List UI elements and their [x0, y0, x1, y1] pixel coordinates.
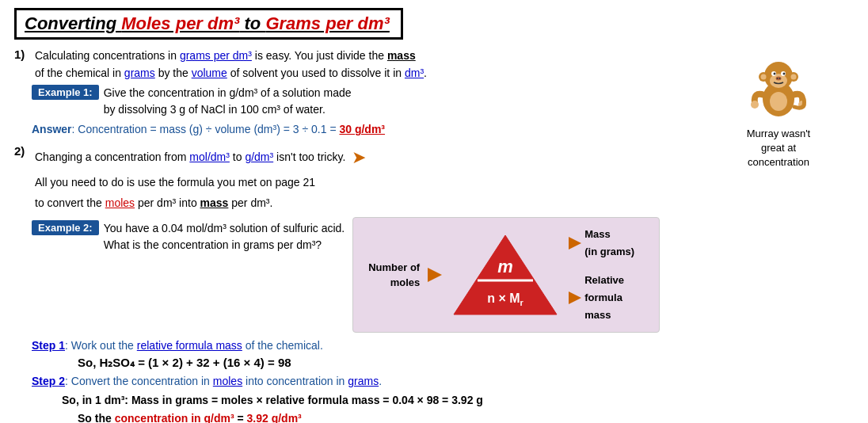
example-2-row: Example 2: You have a 0.04 mol/dm³ solut…: [32, 220, 345, 253]
section-2-intro: Changing a concentration from mol/dm³ to…: [35, 144, 366, 215]
monkey-illustration: [747, 48, 810, 119]
triangle-right-area: Mass (in grams) Relative formula mass: [569, 226, 648, 324]
svg-point-13: [779, 78, 781, 79]
triangle-diagram: m n × Mr: [450, 231, 561, 318]
monkey-area: [747, 48, 810, 122]
svg-point-9: [774, 73, 776, 75]
mass-arrow-row: Mass (in grams): [569, 226, 648, 261]
section-2-body: Example 2: You have a 0.04 mol/dm³ solut…: [32, 217, 695, 333]
section-1: 1) Calculating concentrations in grams p…: [14, 48, 695, 138]
example-1-text: Give the concentration in g/dm³ of a sol…: [104, 85, 352, 118]
section-1-answer: Answer: Concentration = mass (g) ÷ volum…: [32, 121, 695, 138]
section-1-num: 1): [14, 48, 30, 61]
svg-point-17: [791, 74, 797, 80]
arrow-icon: ➤: [352, 144, 366, 171]
formula-triangle-svg: m n × Mr: [450, 231, 561, 318]
step-2-answer-line2: So the concentration in g/dm³ = 3.92 g/d…: [78, 410, 695, 423]
section-2-example: Example 2: You have a 0.04 mol/dm³ solut…: [32, 217, 345, 257]
example-1-badge: Example 1:: [32, 85, 99, 100]
triangle-panel: Number of moles: [352, 217, 660, 333]
main-content: 1) Calculating concentrations in grams p…: [14, 48, 854, 423]
mass-label: Mass (in grams): [584, 226, 648, 261]
page-title: Converting Moles per dm³ to Grams per dm…: [25, 13, 390, 34]
example-2-text: You have a 0.04 mol/dm³ solution of sulf…: [104, 220, 345, 253]
step-2-desc: Step 2: Convert the concentration in mol…: [32, 373, 695, 390]
svg-text:m: m: [497, 257, 513, 276]
svg-point-10: [783, 73, 786, 75]
right-arrow-top-icon: [569, 237, 581, 250]
number-of-moles-label: Number of moles: [368, 261, 420, 289]
triangle-left-labels: Number of moles: [364, 260, 420, 291]
triangle-arrow-area: [428, 268, 442, 282]
right-arrow-bottom-icon: [569, 292, 581, 304]
step-1-formula: So, H₂SO₄ = (1 × 2) + 32 + (16 × 4) = 98: [78, 356, 695, 370]
svg-point-15: [761, 74, 767, 80]
right-column: Murray wasn't great at concentration: [695, 48, 854, 423]
murray-caption: Murray wasn't great at concentration: [747, 127, 811, 170]
section-1-example: Example 1: Give the concentration in g/d…: [32, 85, 695, 118]
left-arrow-icon: [428, 268, 442, 282]
svg-point-6: [770, 74, 787, 88]
relative-formula-mass-label: Relative formula mass: [584, 272, 648, 324]
svg-point-12: [777, 78, 779, 79]
section-2-row: 2) Changing a concentration from mol/dm³…: [14, 144, 695, 215]
step-2-answer-line1: So, in 1 dm³: Mass in grams = moles × re…: [62, 391, 695, 409]
svg-point-20: [770, 92, 787, 111]
title-box: Converting Moles per dm³ to Grams per dm…: [14, 8, 403, 40]
page: Converting Moles per dm³ to Grams per dm…: [0, 0, 868, 423]
section-1-row: 1) Calculating concentrations in grams p…: [14, 48, 695, 82]
left-column: 1) Calculating concentrations in grams p…: [14, 48, 695, 423]
section-2-num: 2): [14, 144, 30, 158]
step-1-line: Step 1: Work out the relative formula ma…: [32, 337, 695, 354]
example-2-badge: Example 2:: [32, 220, 99, 235]
section-2: 2) Changing a concentration from mol/dm³…: [14, 144, 695, 423]
section-1-text: Calculating concentrations in grams per …: [35, 48, 427, 82]
relative-formula-arrow-row: Relative formula mass: [569, 272, 648, 324]
svg-point-18: [751, 101, 759, 109]
